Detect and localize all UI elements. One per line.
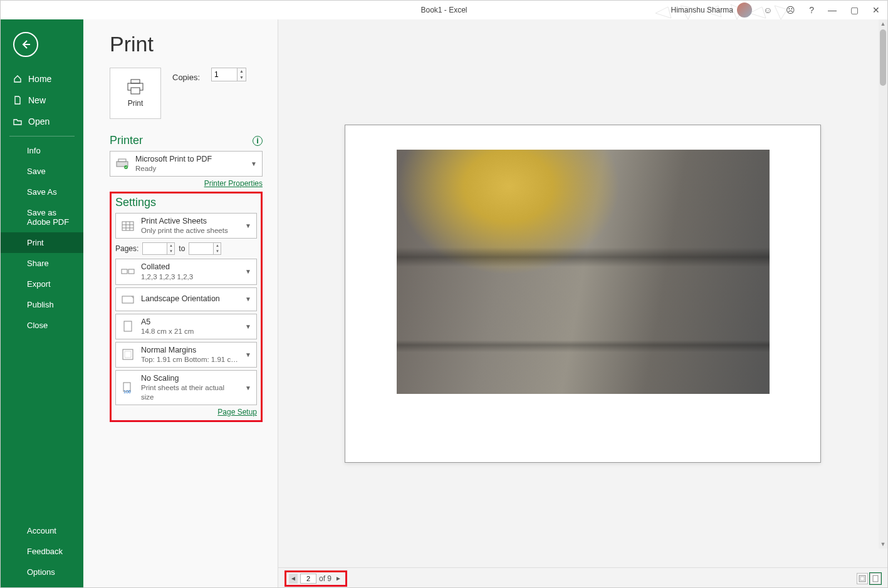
svg-rect-19: [122, 296, 133, 303]
collation-dropdown[interactable]: Collated 1,2,3 1,2,3 1,2,3 ▼: [115, 259, 257, 284]
chevron-down-icon: ▼: [249, 160, 258, 167]
pages-to-spinner[interactable]: ▲▼: [189, 242, 221, 255]
copies-spinner[interactable]: ▲▼: [211, 68, 246, 81]
printer-dropdown[interactable]: Microsoft Print to PDF Ready ▼: [110, 151, 263, 177]
scroll-down-icon[interactable]: ▼: [879, 541, 887, 547]
svg-rect-26: [860, 577, 864, 580]
printer-device-icon: [114, 158, 130, 170]
print-preview-area: ▲ ▼ ◄ of 9 ►: [278, 19, 887, 588]
smiley-icon[interactable]: ☺: [761, 5, 775, 15]
document-title: Book1 - Excel: [420, 6, 467, 14]
scaling-icon: 100: [120, 381, 136, 394]
scrollbar-thumb[interactable]: [880, 29, 886, 86]
page-title: Print: [110, 32, 263, 56]
paper-size-dropdown[interactable]: A5 14.8 cm x 21 cm ▼: [115, 314, 257, 339]
chevron-down-icon: ▼: [244, 323, 253, 330]
pages-to-label: to: [179, 244, 185, 253]
svg-rect-8: [131, 88, 140, 94]
info-icon[interactable]: i: [253, 136, 263, 146]
svg-rect-6: [131, 80, 140, 83]
svg-rect-27: [873, 575, 878, 582]
sidebar-item-save-adobe-pdf[interactable]: Save as Adobe PDF: [1, 202, 83, 232]
orientation-dropdown[interactable]: Landscape Orientation ▼: [115, 287, 257, 311]
copies-label: Copies:: [172, 68, 200, 82]
sidebar-item-save[interactable]: Save: [1, 161, 83, 182]
new-icon: [13, 96, 22, 105]
svg-rect-12: [122, 222, 133, 230]
next-page-button[interactable]: ►: [334, 574, 343, 584]
prev-page-button[interactable]: ◄: [289, 574, 298, 584]
sidebar-item-publish[interactable]: Publish: [1, 294, 83, 315]
pages-from-input[interactable]: [142, 242, 167, 255]
page-preview: [345, 125, 821, 463]
collated-icon: [120, 267, 136, 276]
scroll-up-icon[interactable]: ▲: [879, 21, 887, 27]
sidebar-item-account[interactable]: Account: [1, 520, 83, 541]
page-setup-link[interactable]: Page Setup: [217, 408, 257, 416]
restore-button[interactable]: ▢: [848, 5, 861, 15]
paper-icon: [120, 320, 136, 333]
back-button[interactable]: [13, 32, 38, 57]
svg-rect-17: [122, 269, 127, 274]
printer-properties-link[interactable]: Printer Properties: [204, 179, 263, 188]
sad-icon[interactable]: ☹: [783, 5, 798, 15]
user-account[interactable]: Himanshu Sharma: [671, 3, 752, 18]
minimize-button[interactable]: —: [825, 5, 839, 15]
sidebar-item-close[interactable]: Close: [1, 315, 83, 336]
page-total-label: of 9: [319, 574, 332, 583]
print-button[interactable]: Print: [110, 68, 161, 119]
chevron-down-icon: ▼: [244, 268, 253, 275]
printer-status: Ready: [135, 164, 244, 173]
chevron-down-icon: ▼: [244, 296, 253, 302]
vertical-scrollbar[interactable]: ▲ ▼: [879, 19, 887, 549]
sidebar-item-label: New: [28, 95, 46, 105]
zoom-to-page-button[interactable]: [870, 573, 881, 584]
svg-marker-0: [656, 7, 671, 18]
spinner-down-icon[interactable]: ▼: [238, 75, 246, 81]
sheets-icon: [120, 220, 136, 232]
show-margins-button[interactable]: [857, 573, 868, 584]
sidebar-item-label: Open: [28, 116, 50, 126]
sidebar-item-export[interactable]: Export: [1, 274, 83, 294]
copies-input[interactable]: [211, 68, 238, 81]
sidebar-item-info[interactable]: Info: [1, 140, 83, 161]
sidebar-item-new[interactable]: New: [1, 90, 83, 111]
print-button-label: Print: [128, 99, 144, 108]
title-bar: Book1 - Excel Himanshu Sharma ☺ ☹ ? — ▢ …: [1, 1, 887, 19]
close-button[interactable]: ✕: [870, 5, 882, 15]
svg-rect-22: [125, 351, 131, 358]
sidebar-item-print[interactable]: Print: [1, 232, 83, 253]
settings-heading: Settings: [115, 196, 156, 209]
sidebar-item-share[interactable]: Share: [1, 253, 83, 274]
pages-label: Pages:: [115, 244, 138, 253]
scaling-dropdown[interactable]: 100 No Scaling Print sheets at their act…: [115, 370, 257, 405]
avatar: [737, 3, 752, 18]
sidebar-item-options[interactable]: Options: [1, 562, 83, 582]
print-scope-dropdown[interactable]: Print Active Sheets Only print the activ…: [115, 213, 257, 239]
printer-heading: Printer: [110, 134, 143, 147]
sidebar-item-label: Home: [28, 74, 51, 84]
current-page-input[interactable]: [300, 574, 316, 584]
chevron-down-icon: ▼: [244, 222, 253, 229]
svg-rect-10: [118, 159, 126, 162]
help-icon[interactable]: ?: [807, 5, 817, 15]
spinner-up-icon[interactable]: ▲: [238, 68, 246, 75]
preview-image-placeholder: [397, 150, 770, 394]
chevron-down-icon: ▼: [244, 351, 253, 358]
user-name: Himanshu Sharma: [671, 6, 733, 14]
svg-rect-20: [124, 321, 132, 331]
printer-icon: [126, 79, 145, 95]
chevron-down-icon: ▼: [244, 384, 253, 391]
svg-text:100: 100: [123, 389, 131, 394]
backstage-sidebar: Home New Open Info Save Save As Save as …: [1, 19, 83, 588]
sidebar-item-open[interactable]: Open: [1, 111, 83, 132]
sidebar-item-feedback[interactable]: Feedback: [1, 541, 83, 562]
print-options-panel: Print Print Copies: ▲▼ Printer i: [83, 19, 278, 588]
pages-to-input[interactable]: [189, 242, 214, 255]
printer-name: Microsoft Print to PDF: [135, 154, 244, 164]
landscape-icon: [120, 294, 136, 304]
sidebar-item-home[interactable]: Home: [1, 68, 83, 90]
sidebar-item-save-as[interactable]: Save As: [1, 182, 83, 202]
pages-from-spinner[interactable]: ▲▼: [142, 242, 175, 255]
margins-dropdown[interactable]: Normal Margins Top: 1.91 cm Bottom: 1.91…: [115, 342, 257, 368]
